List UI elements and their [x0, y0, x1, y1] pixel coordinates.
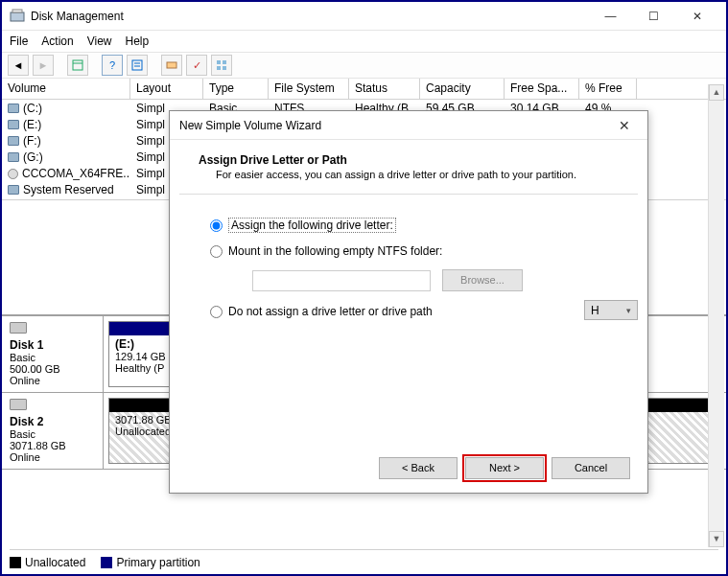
volume-icon [8, 120, 19, 129]
svg-rect-2 [73, 60, 82, 70]
label-mount-folder: Mount in the following empty NTFS folder… [228, 244, 442, 258]
drive-letter-select[interactable]: H ▾ [584, 300, 638, 320]
drive-letter-value: H [591, 304, 599, 317]
svg-rect-0 [11, 12, 24, 21]
menu-help[interactable]: Help [126, 35, 150, 48]
svg-rect-4 [132, 60, 142, 70]
disk-icon [10, 399, 27, 410]
svg-rect-1 [12, 10, 22, 12]
col-volume[interactable]: Volume [2, 79, 130, 99]
wizard-dialog: New Simple Volume Wizard ✕ Assign Drive … [169, 110, 648, 494]
svg-rect-11 [223, 66, 226, 70]
col-pctfree[interactable]: % Free [579, 79, 637, 99]
cancel-button[interactable]: Cancel [552, 457, 630, 479]
check-icon[interactable]: ✓ [186, 55, 207, 76]
radio-assign-letter[interactable] [210, 219, 223, 232]
disk-info: Disk 1Basic500.00 GBOnline [2, 316, 104, 392]
wizard-close-icon[interactable]: ✕ [611, 118, 638, 133]
scroll-down-icon[interactable]: ▼ [709, 531, 724, 547]
menubar: File Action View Help [2, 31, 726, 52]
wizard-heading: Assign Drive Letter or Path [199, 153, 619, 167]
legend: Unallocated Primary partition [10, 549, 718, 570]
col-type[interactable]: Type [203, 79, 269, 99]
wizard-subheading: For easier access, you can assign a driv… [199, 169, 619, 180]
svg-rect-10 [217, 66, 221, 70]
disk-info: Disk 2Basic3071.88 GBOnline [2, 393, 104, 469]
window-title: Disk Management [31, 10, 589, 23]
menu-action[interactable]: Action [41, 35, 73, 48]
list-icon[interactable] [127, 55, 148, 76]
maximize-button[interactable]: ☐ [632, 3, 675, 30]
volume-icon [8, 169, 18, 179]
col-status[interactable]: Status [349, 79, 420, 99]
help-icon[interactable]: ? [102, 55, 123, 76]
wizard-title: New Simple Volume Wizard [179, 119, 611, 132]
col-layout[interactable]: Layout [130, 79, 203, 99]
menu-file[interactable]: File [10, 35, 28, 48]
disk-icon [10, 322, 27, 334]
back-icon[interactable]: ◄ [8, 55, 29, 76]
scroll-up-icon[interactable]: ▲ [709, 84, 724, 101]
volume-icon [8, 136, 19, 146]
browse-button: Browse... [442, 269, 523, 291]
svg-rect-9 [223, 60, 226, 64]
radio-mount-folder[interactable] [210, 245, 223, 258]
table-header: Volume Layout Type File System Status Ca… [2, 79, 726, 100]
titlebar: Disk Management — ☐ ✕ [2, 2, 726, 31]
menu-view[interactable]: View [87, 35, 112, 48]
legend-primary: Primary partition [116, 556, 200, 569]
app-icon [10, 9, 25, 24]
back-button[interactable]: < Back [379, 457, 458, 479]
action-icon[interactable] [161, 55, 182, 76]
volume-icon [8, 185, 19, 195]
wizard-titlebar: New Simple Volume Wizard ✕ [170, 111, 647, 140]
col-filesystem[interactable]: File System [269, 79, 349, 99]
radio-no-assign[interactable] [210, 306, 223, 318]
grid-icon[interactable] [211, 55, 232, 76]
col-capacity[interactable]: Capacity [420, 79, 505, 99]
minimize-button[interactable]: — [589, 3, 632, 30]
label-no-assign: Do not assign a drive letter or drive pa… [228, 305, 433, 318]
forward-icon[interactable]: ► [33, 55, 54, 76]
views-icon[interactable] [67, 55, 88, 76]
volume-icon [8, 104, 19, 113]
toolbar: ◄ ► ? ✓ [2, 52, 726, 79]
volume-icon [8, 152, 19, 162]
chevron-down-icon: ▾ [626, 306, 631, 315]
next-button[interactable]: Next > [465, 457, 544, 479]
vertical-scrollbar[interactable]: ▲ ▼ [708, 84, 724, 547]
col-freespace[interactable]: Free Spa... [505, 79, 579, 99]
label-assign-letter: Assign the following drive letter: [228, 218, 396, 233]
svg-rect-7 [167, 62, 176, 68]
svg-rect-8 [217, 60, 221, 64]
close-button[interactable]: ✕ [675, 3, 718, 30]
legend-unallocated: Unallocated [25, 556, 85, 569]
mount-folder-input [252, 270, 431, 291]
